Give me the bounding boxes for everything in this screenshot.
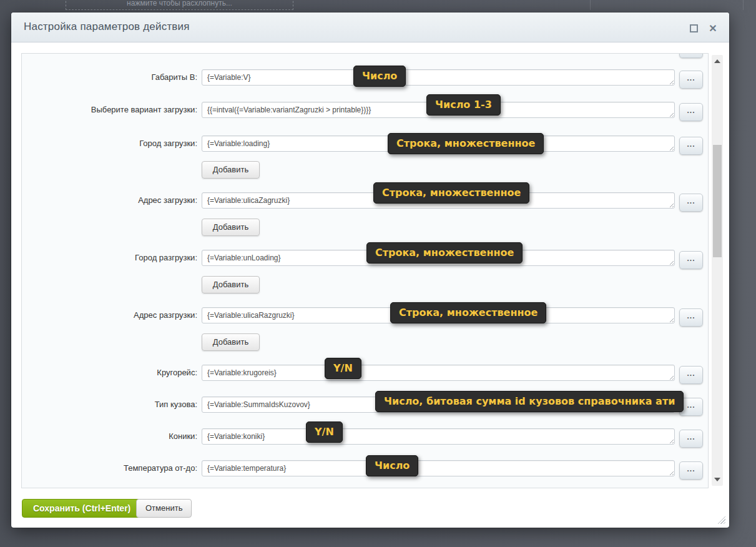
add-value-button[interactable]: Добавить: [202, 333, 260, 351]
field-label-adres-zagruzki: Адрес загрузки:: [22, 195, 197, 205]
action-parameters-dialog: Настройка параметров действия ✕ ... Габа…: [11, 12, 729, 528]
close-icon[interactable]: ✕: [708, 24, 718, 34]
more-button[interactable]: ...: [679, 71, 703, 89]
more-button[interactable]: ...: [679, 53, 703, 58]
dialog-titlebar: Настройка параметров действия ✕: [11, 12, 729, 42]
koniki-input[interactable]: [202, 428, 675, 445]
type-note: Строка, множественное: [390, 302, 546, 323]
scrollbar-thumb[interactable]: [713, 145, 722, 257]
field-label-gabarity-v: Габариты В:: [22, 72, 197, 82]
type-note: Число: [366, 455, 418, 476]
dialog-resize-grip[interactable]: [717, 515, 725, 524]
type-note: Число 1-3: [426, 94, 501, 116]
background-expand-hint: нажмите чтобы расхлопнуть...: [66, 0, 293, 10]
temperatura-input[interactable]: [202, 460, 675, 476]
field-label-gorod-zagruzki: Город загрузки:: [22, 139, 197, 149]
maximize-icon[interactable]: [689, 24, 699, 34]
field-label-temperatura: Температура от-до:: [22, 463, 197, 473]
more-button[interactable]: ...: [679, 461, 703, 480]
dialog-title: Настройка параметров действия: [24, 21, 190, 33]
type-note: Строка, множественное: [366, 242, 523, 264]
more-button[interactable]: ...: [679, 251, 703, 269]
type-note: Строка, множественное: [373, 182, 529, 204]
field-krugoreis: [202, 365, 675, 381]
cancel-button[interactable]: Отменить: [136, 499, 192, 518]
scroll-down-icon[interactable]: [714, 478, 720, 481]
gabarity-v-input[interactable]: [202, 69, 675, 86]
field-label-gorod-razgruzki: Город разгрузки:: [22, 253, 197, 263]
vertical-scrollbar[interactable]: [712, 55, 723, 486]
type-note: Число: [353, 66, 406, 87]
type-note: Число, битовая сумма id кузовов справочн…: [375, 391, 684, 412]
field-label-koniki: Коники:: [22, 431, 197, 441]
field-label-krugoreis: Кругорейс:: [22, 368, 197, 378]
maximize-square-glyph: [690, 24, 698, 32]
field-label-variant-zagruzki: Выберите вариант загрузки:: [22, 105, 197, 115]
more-button[interactable]: ...: [679, 308, 703, 327]
type-note: Y/N: [325, 358, 361, 379]
save-button[interactable]: Сохранить (Ctrl+Enter): [22, 499, 142, 518]
add-value-button[interactable]: Добавить: [202, 219, 260, 236]
background-column-divider: [590, 0, 591, 10]
more-button[interactable]: ...: [679, 194, 703, 212]
more-button[interactable]: ...: [679, 430, 703, 448]
parameters-scroll-panel: ... Габариты В: ... Число Выберите вариа…: [21, 53, 709, 488]
type-note: Y/N: [306, 421, 343, 443]
krugoreis-input[interactable]: [202, 365, 675, 381]
add-value-button[interactable]: Добавить: [202, 276, 260, 293]
add-value-button[interactable]: Добавить: [202, 161, 260, 179]
field-label-adres-razgruzki: Адрес разгрузки:: [22, 310, 197, 320]
more-button[interactable]: ...: [679, 103, 703, 121]
field-temperatura: [202, 460, 675, 476]
type-note: Строка, множественное: [388, 133, 544, 154]
scroll-up-icon[interactable]: [714, 59, 720, 63]
field-koniki: [202, 428, 675, 445]
more-button[interactable]: ...: [679, 366, 703, 384]
field-label-tip-kuzova: Тип кузова:: [22, 400, 197, 410]
more-button[interactable]: ...: [679, 137, 703, 155]
background-column-divider: [743, 0, 744, 10]
field-gabarity-v: [202, 69, 675, 86]
